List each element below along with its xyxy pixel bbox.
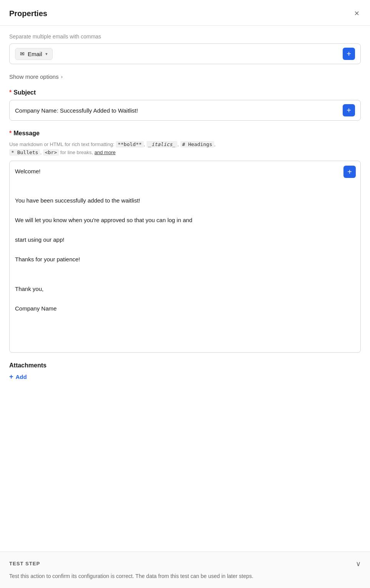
subject-required-star: * <box>9 89 12 96</box>
email-helper-text: Separate multiple emails with commas <box>9 33 361 40</box>
add-attachment-button[interactable]: + Add <box>9 373 27 381</box>
email-dropdown-label: Email <box>28 51 42 57</box>
email-section: Separate multiple emails with commas ✉ E… <box>9 33 361 64</box>
subject-label-text: Subject <box>13 89 36 96</box>
markdown-italics-hint: _italics_ <box>147 141 177 148</box>
test-step-header: TEST STEP ∨ <box>9 560 361 568</box>
markdown-italics-text: _italics_ <box>148 141 175 147</box>
add-attachment-label: Add <box>16 374 27 380</box>
email-icon: ✉ <box>20 51 25 57</box>
show-more-label: Show more options <box>9 73 58 80</box>
panel-body: Separate multiple emails with commas ✉ E… <box>0 26 370 551</box>
message-content: Welcome! You have been successfully adde… <box>15 166 355 314</box>
message-box[interactable]: Welcome! You have been successfully adde… <box>9 161 361 353</box>
attachments-label: Attachments <box>9 362 361 369</box>
test-step-label: TEST STEP <box>9 561 40 566</box>
subject-row: Company Name: Successfully Added to Wait… <box>9 100 361 121</box>
chevron-down-icon: ▾ <box>45 51 48 56</box>
email-row: ✉ Email ▾ + <box>9 43 361 64</box>
markdown-hint-prefix: Use markdown or HTML for rich text forma… <box>9 141 114 147</box>
markdown-linebreak-label: for line breaks, <box>60 149 93 155</box>
collapse-icon[interactable]: ∨ <box>356 560 361 568</box>
markdown-br-hint: <br> <box>43 149 59 156</box>
add-attachment-plus-icon: + <box>9 373 13 381</box>
subject-value: Company Name: Successfully Added to Wait… <box>15 107 343 114</box>
panel-title: Properties <box>9 9 47 18</box>
show-more-options[interactable]: Show more options › <box>9 73 361 80</box>
message-required-star: * <box>9 130 12 137</box>
message-add-button[interactable]: + <box>343 166 356 178</box>
subject-label: * Subject <box>9 89 361 96</box>
subject-section: * Subject Company Name: Successfully Add… <box>9 89 361 121</box>
test-step-description: Test this action to confirm its configur… <box>9 572 361 580</box>
markdown-bold-hint: **bold** <box>116 141 144 148</box>
markdown-headings-hint: # Headings <box>180 141 214 148</box>
close-button[interactable]: × <box>353 8 361 19</box>
markdown-more-link[interactable]: and more <box>95 149 116 155</box>
email-add-button[interactable]: + <box>343 48 355 60</box>
show-more-chevron-icon: › <box>61 74 62 80</box>
properties-panel: Properties × Separate multiple emails wi… <box>0 0 370 588</box>
attachments-section: Attachments + Add <box>9 362 361 381</box>
panel-header: Properties × <box>0 0 370 26</box>
test-step-section: TEST STEP ∨ Test this action to confirm … <box>0 552 370 588</box>
message-section: * Message Use markdown or HTML for rich … <box>9 130 361 353</box>
message-label: * Message <box>9 130 361 137</box>
markdown-bullets-hint: * Bullets <box>9 149 40 156</box>
email-dropdown[interactable]: ✉ Email ▾ <box>15 48 53 60</box>
markdown-hint: Use markdown or HTML for rich text forma… <box>9 141 361 157</box>
message-label-text: Message <box>13 130 40 137</box>
subject-add-button[interactable]: + <box>343 104 355 116</box>
